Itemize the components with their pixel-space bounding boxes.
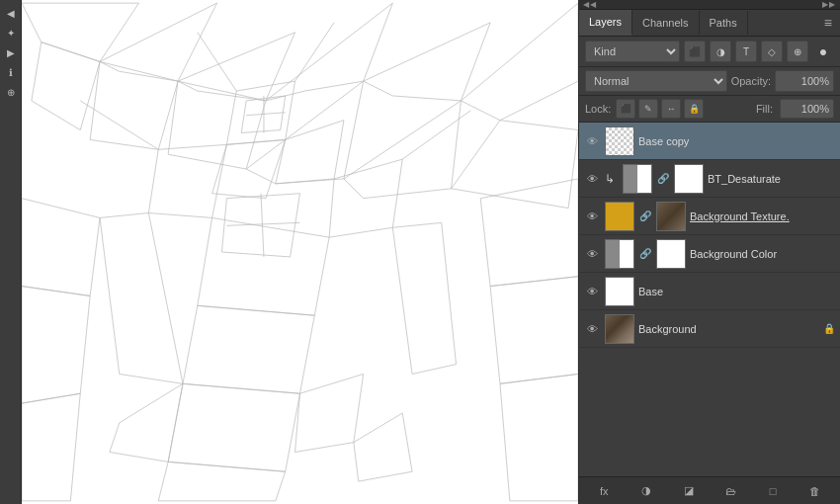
- svg-marker-6: [32, 42, 100, 130]
- svg-marker-18: [183, 305, 314, 393]
- layer-adjustment-button[interactable]: ◪: [679, 481, 699, 501]
- filter-toggle[interactable]: ●: [812, 41, 834, 62]
- lock-label: Lock:: [585, 103, 611, 115]
- lock-transparent-btn[interactable]: ⬛: [616, 99, 635, 119]
- new-layer-button[interactable]: □: [763, 481, 783, 501]
- layer-mask-background-color: [656, 239, 686, 269]
- layer-item-background[interactable]: 👁 Background 🔒: [579, 310, 840, 348]
- layer-visibility-background[interactable]: 👁: [583, 320, 601, 338]
- layer-name-background: Background: [638, 323, 818, 335]
- filter-shape-btn[interactable]: ◇: [761, 41, 783, 62]
- layer-mask-button[interactable]: ◑: [636, 481, 656, 501]
- layer-visibility-background-color[interactable]: 👁: [583, 245, 601, 263]
- panel-top-bar: ◀◀ ▶▶: [579, 0, 840, 10]
- panel-collapse-left[interactable]: ◀: [2, 4, 20, 22]
- lock-paint-btn[interactable]: ✎: [638, 99, 658, 119]
- layer-name-bt-desaturate: BT_Desaturate: [708, 173, 836, 185]
- blend-mode-select[interactable]: Normal Dissolve Multiply Screen Overlay: [585, 70, 727, 92]
- svg-line-35: [402, 111, 470, 159]
- layer-locked-icon-background: 🔒: [822, 323, 836, 334]
- svg-marker-5: [461, 3, 578, 121]
- svg-marker-19: [168, 383, 299, 471]
- svg-marker-17: [198, 217, 329, 315]
- layer-link-bt-desaturate[interactable]: 🔗: [656, 173, 670, 184]
- tool-icon-1[interactable]: ✦: [2, 24, 20, 42]
- filter-smart-btn[interactable]: ⊕: [787, 41, 808, 62]
- layer-thumbnail-background-texture: [605, 202, 634, 231]
- layer-visibility-base-copy[interactable]: 👁: [583, 132, 601, 150]
- filter-pixel-btn[interactable]: ⬛: [684, 41, 706, 62]
- tool-icon-2[interactable]: ▶: [2, 43, 20, 61]
- lock-fill-row: Lock: ⬛ ✎ ↔ 🔒 Fill:: [579, 96, 840, 123]
- tool-icon-4[interactable]: ⊕: [2, 83, 20, 101]
- layer-link-background-texture[interactable]: 🔗: [638, 210, 652, 221]
- svg-marker-1: [100, 3, 217, 81]
- layer-item-bt-desaturate[interactable]: 👁 ↳ 🔗 BT_Desaturate: [579, 160, 840, 198]
- layer-thumbnail-base: [605, 277, 634, 306]
- layer-item-base-copy[interactable]: 👁 Base copy: [579, 123, 840, 160]
- svg-line-33: [295, 23, 335, 81]
- svg-marker-25: [392, 222, 456, 374]
- svg-marker-28: [22, 287, 90, 404]
- layer-name-background-texture: Background Texture.: [690, 210, 836, 222]
- tab-layers[interactable]: Layers: [579, 10, 632, 36]
- canvas-svg: [22, 0, 578, 504]
- layer-link-background-color[interactable]: 🔗: [638, 248, 652, 259]
- svg-marker-4: [364, 23, 490, 101]
- left-panel-toolbar: ◀ ✦ ▶ ℹ ⊕: [0, 0, 22, 504]
- layer-mask-background-texture: [656, 202, 686, 231]
- layer-visibility-bt-desaturate[interactable]: 👁: [583, 170, 601, 188]
- svg-marker-15: [148, 144, 226, 217]
- filter-text-btn[interactable]: T: [735, 41, 757, 62]
- layer-thumbnail-background-color: [605, 239, 634, 269]
- svg-marker-8: [168, 81, 266, 169]
- opacity-label: Opacity:: [731, 75, 771, 87]
- svg-marker-14: [212, 139, 286, 198]
- layers-list: 👁 Base copy 👁 ↳ 🔗 BT_Desaturate 👁 🔗 Back…: [579, 123, 840, 476]
- new-group-button[interactable]: 🗁: [720, 481, 740, 501]
- lock-move-btn[interactable]: ↔: [661, 99, 681, 119]
- svg-marker-22: [295, 374, 364, 452]
- tab-channels[interactable]: Channels: [632, 11, 699, 35]
- svg-marker-21: [110, 383, 183, 462]
- svg-marker-13: [276, 121, 344, 184]
- collapse-left-icon[interactable]: ◀◀: [583, 0, 597, 9]
- layer-item-base[interactable]: 👁 Base: [579, 273, 840, 310]
- canvas-area: [22, 0, 578, 504]
- svg-marker-31: [500, 374, 578, 500]
- svg-marker-23: [354, 413, 412, 481]
- svg-marker-29: [490, 277, 578, 384]
- fill-label: Fill:: [756, 103, 773, 115]
- svg-marker-10: [344, 101, 462, 199]
- layer-indent-bt-desaturate: ↳: [605, 172, 619, 186]
- tool-icon-3[interactable]: ℹ: [2, 63, 20, 81]
- panel-menu-icon[interactable]: ≡: [816, 11, 840, 35]
- delete-layer-button[interactable]: 🗑: [805, 481, 825, 501]
- tab-paths[interactable]: Paths: [700, 11, 748, 35]
- svg-marker-20: [158, 462, 285, 501]
- layer-mask-bt-desaturate: [674, 164, 704, 194]
- svg-marker-30: [22, 393, 80, 501]
- layer-visibility-background-texture[interactable]: 👁: [583, 208, 601, 225]
- svg-marker-7: [90, 61, 178, 149]
- svg-line-37: [261, 194, 264, 257]
- layer-visibility-base[interactable]: 👁: [583, 283, 601, 300]
- fill-input[interactable]: [780, 99, 834, 119]
- layer-thumbnail-bt-desaturate: [623, 164, 652, 194]
- svg-marker-27: [480, 179, 578, 287]
- layer-fx-button[interactable]: fx: [594, 481, 614, 501]
- layer-item-background-texture[interactable]: 👁 🔗 Background Texture.: [579, 198, 840, 235]
- layer-thumbnail-background: [605, 314, 634, 344]
- opacity-input[interactable]: [775, 70, 834, 92]
- lock-all-btn[interactable]: 🔒: [684, 99, 704, 119]
- collapse-right-icon[interactable]: ▶▶: [822, 0, 836, 9]
- layer-thumbnail-base-copy: [605, 126, 634, 156]
- svg-marker-26: [22, 199, 100, 296]
- layer-item-background-color[interactable]: 👁 🔗 Background Color: [579, 235, 840, 273]
- svg-line-41: [246, 113, 286, 116]
- svg-marker-24: [100, 212, 183, 383]
- filter-adjust-btn[interactable]: ◑: [710, 41, 731, 62]
- right-panel: ◀◀ ▶▶ Layers Channels Paths ≡ Kind ⬛ ◑ T…: [578, 0, 840, 504]
- panel-tabs: Layers Channels Paths ≡: [579, 10, 840, 37]
- kind-filter-select[interactable]: Kind: [585, 41, 680, 62]
